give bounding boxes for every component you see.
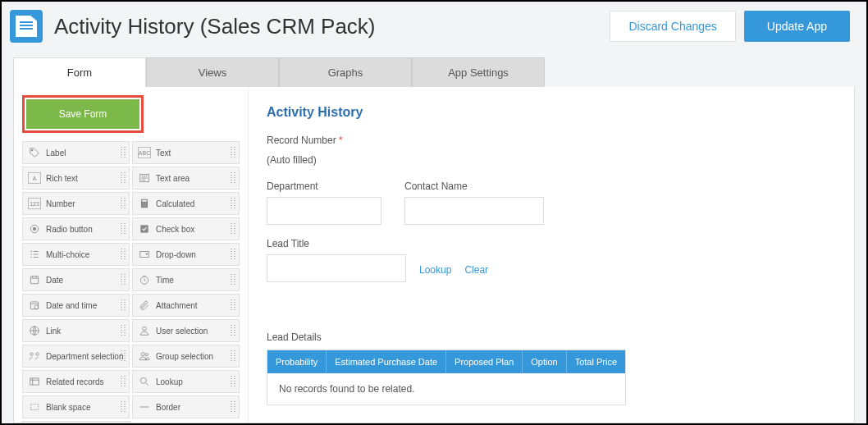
globe-icon [28, 324, 41, 337]
drag-grip-icon [121, 172, 126, 184]
related-icon [28, 375, 41, 388]
tab-views[interactable]: Views [146, 57, 279, 87]
field-type-time[interactable]: Time [132, 268, 240, 291]
drag-grip-icon [231, 299, 235, 311]
drag-grip-icon [121, 299, 126, 311]
field-type-text-area[interactable]: Text area [132, 167, 240, 190]
svg-point-19 [143, 327, 147, 331]
field-type-date-and-time[interactable]: Date and time [22, 294, 130, 317]
clock-icon [138, 273, 151, 286]
field-type-label[interactable]: Label [22, 141, 130, 164]
tab-graphs[interactable]: Graphs [279, 57, 412, 87]
svg-point-7 [143, 205, 144, 206]
drag-grip-icon [231, 325, 235, 336]
column-header: Option [523, 350, 566, 373]
record-number-label: Record Number * [267, 135, 838, 146]
field-type-label: Date [46, 276, 63, 285]
update-app-button[interactable]: Update App [744, 11, 850, 42]
tab-bar: FormViewsGraphsApp Settings [2, 57, 866, 87]
drag-grip-icon [121, 325, 126, 336]
drag-grip-icon [121, 376, 126, 387]
field-type-link[interactable]: Link [22, 319, 130, 342]
field-type-lookup[interactable]: Lookup [132, 370, 240, 393]
field-type-label: Group selection [156, 352, 213, 361]
datetime-icon [28, 299, 41, 312]
section-title: Activity History [267, 105, 838, 120]
field-type-blank-space[interactable]: Blank space [22, 395, 130, 418]
page-header: Activity History (Sales CRM Pack) Discar… [2, 2, 866, 57]
border-icon [138, 400, 151, 414]
drag-grip-icon [231, 198, 235, 209]
lookup-button[interactable]: Lookup [419, 264, 451, 282]
blank-icon [28, 400, 41, 414]
svg-point-6 [145, 203, 146, 203]
app-title: Activity History (Sales CRM Pack) [54, 14, 598, 39]
field-type-label: Attachment [156, 301, 198, 310]
field-type-label: Drop-down [156, 250, 196, 259]
app-icon [10, 10, 43, 43]
field-type-drop-down[interactable]: Drop-down [132, 243, 240, 266]
field-type-label: Time [156, 276, 174, 285]
field-type-label: Label [46, 149, 66, 158]
save-form-button[interactable]: Save Form [26, 99, 139, 129]
text-icon: ABC [138, 147, 151, 158]
drag-grip-icon [121, 147, 126, 158]
field-type-radio-button[interactable]: Radio button [22, 217, 130, 240]
field-type-number[interactable]: 123Number [22, 192, 130, 215]
field-type-calculated[interactable]: Calculated [132, 192, 240, 215]
field-type-label: Department selection [46, 352, 124, 361]
svg-rect-26 [30, 404, 38, 410]
svg-rect-24 [30, 378, 39, 385]
contact-name-label: Contact Name [404, 181, 544, 192]
svg-point-21 [36, 353, 39, 356]
field-type-text[interactable]: ABCText [132, 141, 240, 164]
drag-grip-icon [231, 249, 235, 260]
drag-grip-icon [121, 198, 126, 209]
column-header: Total Price [567, 350, 625, 373]
field-type-related-records[interactable]: Related records [22, 370, 130, 393]
calc-icon [138, 197, 151, 210]
field-type-field-group[interactable]: Field group [22, 421, 131, 423]
department-label: Department [267, 181, 381, 192]
field-type-date[interactable]: Date [22, 268, 130, 291]
drag-grip-icon [231, 401, 235, 413]
textarea-icon [138, 171, 151, 185]
svg-point-17 [34, 305, 39, 309]
number-icon: 123 [28, 198, 41, 209]
field-type-group-selection[interactable]: Group selection [132, 345, 240, 368]
department-input[interactable] [267, 197, 381, 225]
drag-grip-icon [231, 172, 235, 184]
clear-button[interactable]: Clear [464, 264, 488, 282]
field-type-label: Text [156, 149, 171, 158]
svg-point-20 [30, 353, 34, 356]
drag-grip-icon [231, 147, 235, 158]
drag-grip-icon [121, 249, 126, 260]
field-type-user-selection[interactable]: User selection [132, 319, 240, 342]
column-header: Probability [267, 350, 327, 373]
save-form-highlight: Save Form [22, 95, 144, 133]
field-type-multi-choice[interactable]: Multi-choice [22, 243, 130, 266]
check-icon [138, 222, 151, 235]
svg-rect-3 [142, 200, 147, 202]
field-type-label: Calculated [156, 199, 194, 208]
field-type-department-selection[interactable]: Department selection [22, 345, 130, 368]
contact-name-input[interactable] [404, 197, 544, 225]
field-type-check-box[interactable]: Check box [132, 217, 240, 240]
field-type-border[interactable]: Border [132, 395, 240, 418]
tab-form[interactable]: Form [13, 57, 146, 87]
discard-changes-button[interactable]: Discard Changes [610, 11, 735, 42]
field-type-rich-text[interactable]: ARich text [22, 167, 130, 190]
drag-grip-icon [121, 223, 126, 235]
auto-filled-note: (Auto filled) [267, 154, 838, 166]
tab-app-settings[interactable]: App Settings [412, 57, 545, 87]
field-type-attachment[interactable]: Attachment [132, 294, 240, 317]
calendar-icon [28, 273, 41, 286]
form-canvas: Activity History Record Number * (Auto f… [249, 87, 854, 423]
lead-title-input[interactable] [267, 254, 406, 282]
radio-icon [28, 222, 41, 235]
svg-rect-12 [140, 225, 148, 232]
field-type-label: Number [46, 199, 75, 208]
svg-point-11 [33, 227, 36, 231]
svg-point-25 [140, 377, 146, 383]
dropdown-icon [138, 248, 151, 261]
